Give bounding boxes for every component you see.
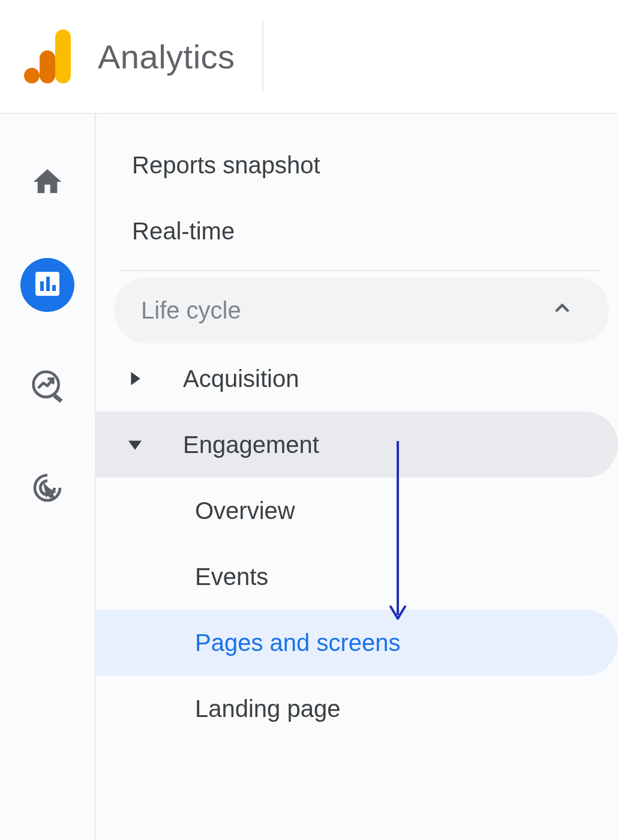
svg-point-2 [24, 68, 40, 83]
rail-explore-button[interactable] [20, 360, 74, 414]
nav-realtime[interactable]: Real-time [96, 198, 618, 264]
home-icon [31, 165, 64, 201]
analytics-logo-icon [24, 29, 71, 83]
bar-chart-icon [33, 269, 62, 301]
main-body: Reports snapshot Real-time Life cycle Ac… [0, 114, 618, 840]
nav-engagement-pages-screens[interactable]: Pages and screens [96, 610, 618, 676]
svg-rect-1 [40, 50, 55, 83]
reports-panel: Reports snapshot Real-time Life cycle Ac… [96, 114, 618, 840]
target-click-icon [31, 471, 64, 507]
nav-label: Events [195, 563, 268, 590]
nav-engagement-overview[interactable]: Overview [96, 478, 618, 544]
nav-section-lifecycle[interactable]: Life cycle [114, 277, 609, 343]
nav-label: Reports snapshot [132, 152, 320, 179]
left-rail [0, 114, 96, 840]
nav-label: Real-time [132, 218, 235, 245]
caret-down-icon [120, 438, 150, 451]
rail-reports-button[interactable] [20, 258, 74, 312]
nav-acquisition[interactable]: Acquisition [96, 346, 618, 412]
svg-rect-5 [46, 277, 50, 291]
nav-label: Landing page [195, 695, 340, 722]
rail-home-button[interactable] [20, 156, 74, 210]
nav-engagement-landing-page[interactable]: Landing page [96, 676, 618, 742]
nav-reports-snapshot[interactable]: Reports snapshot [96, 132, 618, 198]
nav-engagement-events[interactable]: Events [96, 544, 618, 610]
nav-label: Engagement [183, 431, 319, 458]
caret-right-icon [120, 372, 150, 385]
nav-label: Life cycle [141, 297, 241, 324]
svg-rect-6 [52, 285, 56, 291]
app-title: Analytics [98, 37, 235, 76]
nav-label: Acquisition [183, 365, 299, 392]
explore-icon [31, 369, 64, 405]
svg-rect-4 [40, 281, 44, 291]
chevron-up-icon [551, 297, 573, 324]
svg-rect-0 [55, 29, 71, 83]
nav-label: Overview [195, 497, 295, 524]
header-divider [262, 20, 263, 92]
nav-divider [120, 270, 600, 271]
rail-advertising-button[interactable] [20, 462, 74, 516]
app-header: Analytics [0, 0, 618, 114]
nav-label: Pages and screens [195, 629, 400, 656]
nav-engagement[interactable]: Engagement [96, 412, 618, 478]
